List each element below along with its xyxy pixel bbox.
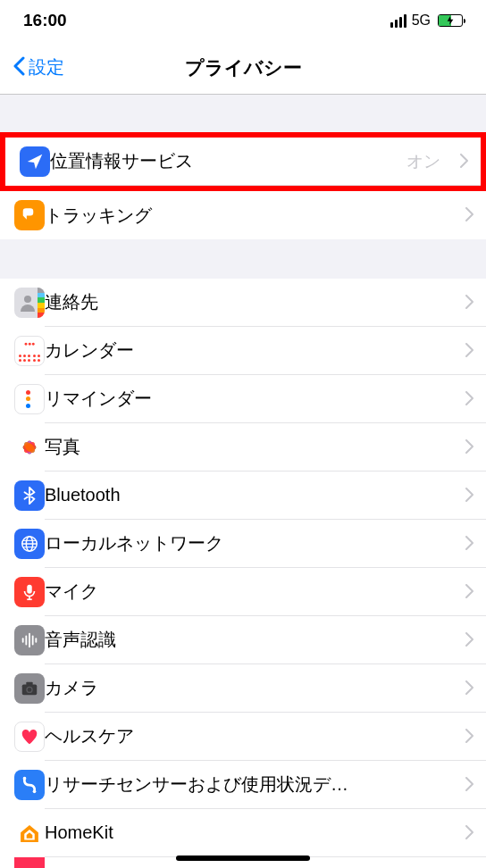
- row-camera[interactable]: カメラ: [0, 664, 486, 713]
- row-contacts[interactable]: 連絡先: [0, 279, 486, 327]
- media-icon: [14, 857, 45, 868]
- settings-group-2: 連絡先 ●●● カレンダー: [0, 279, 486, 868]
- home-icon: [14, 818, 45, 848]
- svg-rect-14: [27, 585, 32, 594]
- tracking-icon: [14, 200, 45, 230]
- row-label: カレンダー: [45, 338, 453, 363]
- row-label: 写真: [45, 435, 453, 459]
- chevron-right-icon: [465, 484, 473, 507]
- back-button[interactable]: 設定: [0, 55, 64, 79]
- heart-icon: [14, 722, 45, 752]
- status-right: 5G: [390, 13, 463, 29]
- globe-icon: [14, 529, 45, 559]
- status-bar: 16:00 5G: [0, 0, 486, 41]
- row-homekit[interactable]: HomeKit: [0, 809, 486, 857]
- row-label: マイク: [45, 580, 453, 604]
- row-label: トラッキング: [45, 204, 453, 228]
- chevron-right-icon: [465, 629, 473, 652]
- chevron-right-icon: [465, 339, 473, 363]
- camera-icon: [14, 673, 45, 704]
- chevron-right-icon: [465, 532, 473, 555]
- svg-rect-23: [26, 682, 32, 686]
- settings-group-1: トラッキング: [0, 191, 486, 239]
- chevron-right-icon: [465, 388, 473, 411]
- cellular-signal-icon: [390, 14, 406, 28]
- row-photos[interactable]: 写真: [0, 423, 486, 472]
- contacts-icon: [14, 288, 45, 318]
- row-label: ヘルスケア: [45, 724, 453, 748]
- row-label: 位置情報サービス: [50, 149, 394, 173]
- chevron-right-icon: [460, 150, 468, 173]
- waveform-icon: [14, 625, 45, 655]
- svg-point-27: [33, 790, 37, 794]
- row-label: カメラ: [45, 676, 453, 700]
- row-label: Bluetooth: [45, 485, 453, 505]
- row-label: 音声認識: [45, 628, 453, 652]
- location-arrow-icon: [20, 146, 50, 177]
- row-label: HomeKit: [45, 822, 453, 843]
- row-bluetooth[interactable]: Bluetooth: [0, 472, 486, 520]
- reminders-icon: [14, 384, 45, 414]
- chevron-right-icon: [465, 436, 473, 459]
- chevron-right-icon: [465, 677, 473, 700]
- row-speech-recognition[interactable]: 音声認識: [0, 616, 486, 664]
- back-label: 設定: [29, 55, 64, 79]
- row-label: ローカルネットワーク: [45, 531, 453, 555]
- chevron-right-icon: [465, 580, 473, 604]
- photos-icon: [14, 432, 45, 463]
- chevron-left-icon: [13, 56, 25, 79]
- row-location-services[interactable]: 位置情報サービス オン: [5, 138, 481, 186]
- home-indicator[interactable]: [176, 855, 310, 861]
- chevron-right-icon: [465, 204, 473, 227]
- row-microphone[interactable]: マイク: [0, 568, 486, 616]
- status-time: 16:00: [23, 11, 67, 30]
- network-label: 5G: [412, 13, 431, 29]
- svg-point-25: [28, 688, 32, 692]
- row-research-sensor[interactable]: リサーチセンサーおよび使用状況デ…: [0, 761, 486, 809]
- research-sensor-icon: [14, 770, 45, 800]
- nav-bar: 設定 プライバシー: [0, 41, 486, 95]
- battery-icon: [438, 14, 463, 27]
- highlighted-row-container: 位置情報サービス オン: [0, 132, 486, 191]
- microphone-icon: [14, 577, 45, 607]
- svg-point-0: [24, 296, 31, 303]
- row-tracking[interactable]: トラッキング: [0, 191, 486, 239]
- chevron-right-icon: [465, 725, 473, 748]
- row-label: リサーチセンサーおよび使用状況デ…: [45, 772, 453, 797]
- chevron-right-icon: [465, 773, 473, 797]
- row-label: 連絡先: [45, 290, 453, 314]
- chevron-right-icon: [465, 822, 473, 845]
- row-value: オン: [406, 150, 440, 173]
- row-label: リマインダー: [45, 387, 453, 411]
- svg-point-26: [23, 777, 27, 780]
- row-reminders[interactable]: リマインダー: [0, 375, 486, 423]
- calendar-icon: ●●●: [14, 336, 45, 366]
- chevron-right-icon: [465, 291, 473, 314]
- bluetooth-icon: [14, 480, 45, 511]
- row-local-network[interactable]: ローカルネットワーク: [0, 520, 486, 568]
- row-health[interactable]: ヘルスケア: [0, 713, 486, 761]
- page-title: プライバシー: [185, 55, 302, 80]
- row-calendar[interactable]: ●●● カレンダー: [0, 327, 486, 375]
